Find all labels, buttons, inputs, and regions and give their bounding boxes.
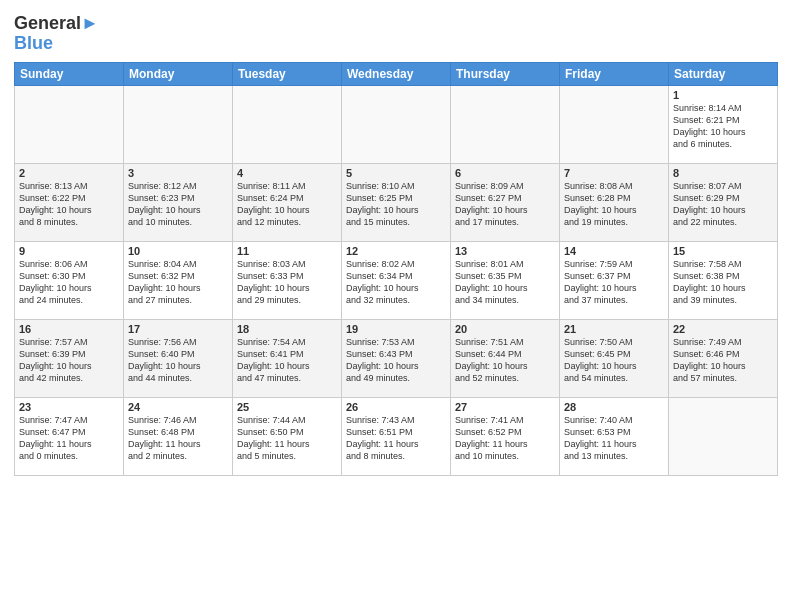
day-info: Sunrise: 8:09 AM Sunset: 6:27 PM Dayligh… [455, 180, 555, 229]
day-number: 28 [564, 401, 664, 413]
calendar-cell: 9Sunrise: 8:06 AM Sunset: 6:30 PM Daylig… [15, 241, 124, 319]
weekday-header-wednesday: Wednesday [342, 62, 451, 85]
weekday-header-tuesday: Tuesday [233, 62, 342, 85]
day-number: 14 [564, 245, 664, 257]
day-info: Sunrise: 8:03 AM Sunset: 6:33 PM Dayligh… [237, 258, 337, 307]
week-row-1: 1Sunrise: 8:14 AM Sunset: 6:21 PM Daylig… [15, 85, 778, 163]
day-info: Sunrise: 8:08 AM Sunset: 6:28 PM Dayligh… [564, 180, 664, 229]
day-number: 24 [128, 401, 228, 413]
calendar-cell: 4Sunrise: 8:11 AM Sunset: 6:24 PM Daylig… [233, 163, 342, 241]
day-info: Sunrise: 7:47 AM Sunset: 6:47 PM Dayligh… [19, 414, 119, 463]
weekday-header-monday: Monday [124, 62, 233, 85]
week-row-5: 23Sunrise: 7:47 AM Sunset: 6:47 PM Dayli… [15, 397, 778, 475]
calendar-cell [560, 85, 669, 163]
day-info: Sunrise: 8:07 AM Sunset: 6:29 PM Dayligh… [673, 180, 773, 229]
day-info: Sunrise: 7:51 AM Sunset: 6:44 PM Dayligh… [455, 336, 555, 385]
calendar-cell: 6Sunrise: 8:09 AM Sunset: 6:27 PM Daylig… [451, 163, 560, 241]
calendar-cell: 7Sunrise: 8:08 AM Sunset: 6:28 PM Daylig… [560, 163, 669, 241]
calendar-cell: 18Sunrise: 7:54 AM Sunset: 6:41 PM Dayli… [233, 319, 342, 397]
day-info: Sunrise: 8:01 AM Sunset: 6:35 PM Dayligh… [455, 258, 555, 307]
day-info: Sunrise: 7:50 AM Sunset: 6:45 PM Dayligh… [564, 336, 664, 385]
calendar-cell: 5Sunrise: 8:10 AM Sunset: 6:25 PM Daylig… [342, 163, 451, 241]
day-number: 8 [673, 167, 773, 179]
calendar-cell [233, 85, 342, 163]
day-number: 17 [128, 323, 228, 335]
day-info: Sunrise: 7:54 AM Sunset: 6:41 PM Dayligh… [237, 336, 337, 385]
day-number: 20 [455, 323, 555, 335]
day-number: 7 [564, 167, 664, 179]
calendar-cell: 3Sunrise: 8:12 AM Sunset: 6:23 PM Daylig… [124, 163, 233, 241]
calendar-cell [451, 85, 560, 163]
day-info: Sunrise: 7:41 AM Sunset: 6:52 PM Dayligh… [455, 414, 555, 463]
week-row-3: 9Sunrise: 8:06 AM Sunset: 6:30 PM Daylig… [15, 241, 778, 319]
calendar-cell [669, 397, 778, 475]
day-number: 2 [19, 167, 119, 179]
day-number: 6 [455, 167, 555, 179]
day-info: Sunrise: 7:44 AM Sunset: 6:50 PM Dayligh… [237, 414, 337, 463]
calendar-cell: 19Sunrise: 7:53 AM Sunset: 6:43 PM Dayli… [342, 319, 451, 397]
calendar-cell: 14Sunrise: 7:59 AM Sunset: 6:37 PM Dayli… [560, 241, 669, 319]
day-number: 25 [237, 401, 337, 413]
day-number: 27 [455, 401, 555, 413]
day-number: 9 [19, 245, 119, 257]
weekday-header-thursday: Thursday [451, 62, 560, 85]
day-number: 18 [237, 323, 337, 335]
header: General► Blue [14, 10, 778, 54]
logo-text: General► [14, 14, 99, 34]
logo: General► Blue [14, 14, 99, 54]
day-number: 21 [564, 323, 664, 335]
day-number: 15 [673, 245, 773, 257]
weekday-header-row: SundayMondayTuesdayWednesdayThursdayFrid… [15, 62, 778, 85]
day-info: Sunrise: 7:46 AM Sunset: 6:48 PM Dayligh… [128, 414, 228, 463]
day-info: Sunrise: 7:40 AM Sunset: 6:53 PM Dayligh… [564, 414, 664, 463]
day-number: 13 [455, 245, 555, 257]
week-row-2: 2Sunrise: 8:13 AM Sunset: 6:22 PM Daylig… [15, 163, 778, 241]
calendar-cell: 28Sunrise: 7:40 AM Sunset: 6:53 PM Dayli… [560, 397, 669, 475]
calendar-cell: 8Sunrise: 8:07 AM Sunset: 6:29 PM Daylig… [669, 163, 778, 241]
calendar-cell: 27Sunrise: 7:41 AM Sunset: 6:52 PM Dayli… [451, 397, 560, 475]
calendar-cell: 17Sunrise: 7:56 AM Sunset: 6:40 PM Dayli… [124, 319, 233, 397]
day-number: 23 [19, 401, 119, 413]
day-info: Sunrise: 8:02 AM Sunset: 6:34 PM Dayligh… [346, 258, 446, 307]
calendar-cell: 15Sunrise: 7:58 AM Sunset: 6:38 PM Dayli… [669, 241, 778, 319]
day-info: Sunrise: 8:11 AM Sunset: 6:24 PM Dayligh… [237, 180, 337, 229]
day-info: Sunrise: 8:06 AM Sunset: 6:30 PM Dayligh… [19, 258, 119, 307]
calendar-cell: 13Sunrise: 8:01 AM Sunset: 6:35 PM Dayli… [451, 241, 560, 319]
calendar-cell: 16Sunrise: 7:57 AM Sunset: 6:39 PM Dayli… [15, 319, 124, 397]
calendar-cell: 12Sunrise: 8:02 AM Sunset: 6:34 PM Dayli… [342, 241, 451, 319]
day-number: 22 [673, 323, 773, 335]
day-info: Sunrise: 7:53 AM Sunset: 6:43 PM Dayligh… [346, 336, 446, 385]
calendar-cell: 26Sunrise: 7:43 AM Sunset: 6:51 PM Dayli… [342, 397, 451, 475]
calendar-cell [15, 85, 124, 163]
day-number: 10 [128, 245, 228, 257]
day-number: 19 [346, 323, 446, 335]
weekday-header-friday: Friday [560, 62, 669, 85]
day-info: Sunrise: 7:57 AM Sunset: 6:39 PM Dayligh… [19, 336, 119, 385]
day-number: 11 [237, 245, 337, 257]
day-info: Sunrise: 8:12 AM Sunset: 6:23 PM Dayligh… [128, 180, 228, 229]
day-number: 3 [128, 167, 228, 179]
day-info: Sunrise: 7:49 AM Sunset: 6:46 PM Dayligh… [673, 336, 773, 385]
day-number: 16 [19, 323, 119, 335]
calendar-table: SundayMondayTuesdayWednesdayThursdayFrid… [14, 62, 778, 476]
day-number: 5 [346, 167, 446, 179]
day-info: Sunrise: 8:10 AM Sunset: 6:25 PM Dayligh… [346, 180, 446, 229]
week-row-4: 16Sunrise: 7:57 AM Sunset: 6:39 PM Dayli… [15, 319, 778, 397]
day-info: Sunrise: 8:14 AM Sunset: 6:21 PM Dayligh… [673, 102, 773, 151]
calendar-cell: 2Sunrise: 8:13 AM Sunset: 6:22 PM Daylig… [15, 163, 124, 241]
calendar-cell: 23Sunrise: 7:47 AM Sunset: 6:47 PM Dayli… [15, 397, 124, 475]
day-number: 4 [237, 167, 337, 179]
day-info: Sunrise: 7:43 AM Sunset: 6:51 PM Dayligh… [346, 414, 446, 463]
calendar-cell: 1Sunrise: 8:14 AM Sunset: 6:21 PM Daylig… [669, 85, 778, 163]
calendar-cell [124, 85, 233, 163]
calendar-container: General► Blue SundayMondayTuesdayWednesd… [0, 0, 792, 612]
calendar-cell: 10Sunrise: 8:04 AM Sunset: 6:32 PM Dayli… [124, 241, 233, 319]
calendar-cell: 25Sunrise: 7:44 AM Sunset: 6:50 PM Dayli… [233, 397, 342, 475]
weekday-header-sunday: Sunday [15, 62, 124, 85]
logo-blue: Blue [14, 34, 99, 54]
day-number: 1 [673, 89, 773, 101]
calendar-cell: 21Sunrise: 7:50 AM Sunset: 6:45 PM Dayli… [560, 319, 669, 397]
calendar-cell [342, 85, 451, 163]
calendar-cell: 11Sunrise: 8:03 AM Sunset: 6:33 PM Dayli… [233, 241, 342, 319]
day-info: Sunrise: 7:58 AM Sunset: 6:38 PM Dayligh… [673, 258, 773, 307]
